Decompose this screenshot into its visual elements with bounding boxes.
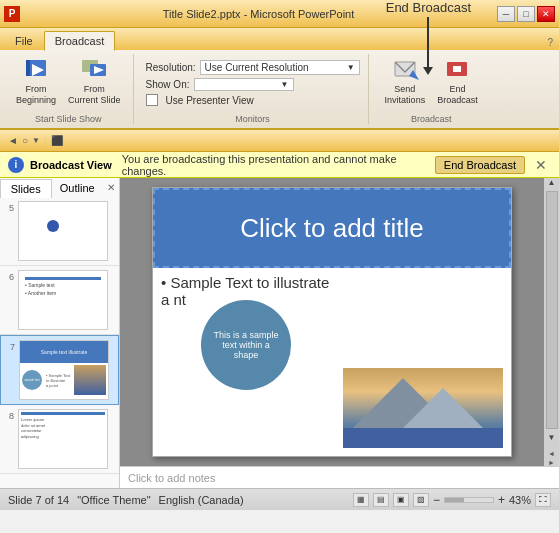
scroll-up-arrow[interactable]: ▲ (548, 178, 556, 187)
notification-message: You are broadcasting this presentation a… (122, 153, 429, 177)
view-slide-sorter-button[interactable]: ▤ (373, 493, 389, 507)
end-broadcast-label: EndBroadcast (437, 84, 478, 106)
notification-bar: i Broadcast View You are broadcasting th… (0, 152, 559, 178)
language: English (Canada) (159, 494, 244, 506)
quick-access-bar: ◄ ○ ▼ | ⬛ (0, 130, 559, 152)
resolution-row: Resolution: Use Current Resolution ▼ (146, 60, 360, 75)
sidebar-tabs-row: Slides Outline ✕ (0, 178, 119, 197)
resolution-dropdown[interactable]: Use Current Resolution ▼ (200, 60, 360, 75)
slide-num-8: 8 (4, 411, 14, 421)
sidebar-close-button[interactable]: ✕ (103, 180, 119, 196)
send-invitations-label: SendInvitations (385, 84, 426, 106)
slide-circle-shape: This is a sample text within a shape (201, 300, 291, 390)
presenter-view-checkbox[interactable] (146, 94, 158, 106)
show-on-label: Show On: (146, 79, 190, 90)
end-broadcast-notification-button[interactable]: End Broadcast (435, 156, 525, 174)
zoom-in-button[interactable]: + (498, 493, 505, 507)
zoom-slider[interactable] (444, 497, 494, 503)
broadcast-label: Broadcast (411, 114, 452, 124)
slide-num-5: 5 (4, 203, 14, 213)
presenter-view-row: Use Presenter View (146, 94, 254, 106)
slide-count: Slide 7 of 14 (8, 494, 69, 506)
slide-preview-8: Lorem ipsumdolor sit ametconsecteturadip… (18, 409, 108, 469)
help-icon[interactable]: ? (541, 35, 559, 50)
broadcast-view-label: Broadcast View (30, 159, 112, 171)
zoom-level: 43% (509, 494, 531, 506)
resolution-label: Resolution: (146, 62, 196, 73)
show-on-dropdown[interactable]: ▼ (194, 78, 294, 91)
slide-image (343, 368, 503, 448)
view-slideshow-button[interactable]: ▧ (413, 493, 429, 507)
tab-broadcast[interactable]: Broadcast (44, 31, 116, 51)
show-on-dropdown-arrow: ▼ (281, 80, 289, 89)
vertical-scrollbar[interactable]: ▲ ▼ ◄ ► (544, 178, 559, 466)
slide-thumb-8[interactable]: 8 Lorem ipsumdolor sit ametconsecteturad… (0, 405, 119, 474)
notification-close-button[interactable]: ✕ (531, 157, 551, 173)
qa-arrow[interactable]: ▼ (32, 136, 40, 145)
slide-title: Click to add title (240, 213, 424, 244)
qa-icon[interactable]: ⬛ (51, 135, 63, 146)
from-beginning-icon (22, 56, 50, 84)
undo-button[interactable]: ◄ (8, 135, 18, 146)
notes-bar[interactable]: Click to add notes (120, 466, 559, 488)
start-slide-show-label: Start Slide Show (35, 114, 102, 124)
title-bar: P Title Slide2.pptx - Microsoft PowerPoi… (0, 0, 559, 28)
from-beginning-label: FromBeginning (16, 84, 56, 106)
from-current-slide-label: FromCurrent Slide (68, 84, 121, 106)
scroll-down-arrow[interactable]: ▼ (548, 433, 556, 442)
from-current-slide-icon (80, 56, 108, 84)
zoom-out-button[interactable]: − (433, 493, 440, 507)
sidebar-tab-outline[interactable]: Outline (52, 178, 104, 197)
scroll-right-2[interactable]: ► (548, 459, 555, 466)
slide-thumb-5[interactable]: 5 (0, 197, 119, 266)
slide-preview-5 (18, 201, 108, 261)
minimize-button[interactable]: ─ (497, 6, 515, 22)
slide-bullet-text: • Sample Text to illustrate (161, 274, 503, 291)
ribbon: FromBeginning FromCurrent Slide Start Sl… (0, 50, 559, 130)
from-current-slide-button[interactable]: FromCurrent Slide (64, 54, 125, 108)
sidebar-tab-slides[interactable]: Slides (0, 179, 52, 198)
svg-rect-2 (26, 60, 30, 76)
slide-thumb-7[interactable]: 7 Sample text illustrate sample text • S… (0, 335, 119, 405)
slide-bullet-continued: a nt (161, 291, 503, 308)
window-title: Title Slide2.pptx - Microsoft PowerPoint (163, 8, 355, 20)
slide-content: • Sample Text to illustrate a nt This is… (161, 270, 503, 448)
view-normal-button[interactable]: ▦ (353, 493, 369, 507)
ribbon-tabs: File Broadcast ? (0, 28, 559, 50)
presenter-view-label: Use Presenter View (166, 95, 254, 106)
slide-num-7: 7 (5, 342, 15, 352)
maximize-button[interactable]: □ (517, 6, 535, 22)
resolution-dropdown-arrow: ▼ (347, 63, 355, 72)
app-icon: P (4, 6, 20, 22)
monitors-label: Monitors (235, 114, 270, 124)
status-bar: Slide 7 of 14 "Office Theme" English (Ca… (0, 488, 559, 510)
notification-icon: i (8, 157, 24, 173)
tab-file[interactable]: File (4, 31, 44, 50)
main-area: Slides Outline ✕ 5 6 (0, 178, 559, 488)
slide-container: Click to add title • Sample Text to illu… (120, 178, 544, 466)
qa-separator: | (44, 135, 47, 147)
slide-num-6: 6 (4, 272, 14, 282)
theme-name: "Office Theme" (77, 494, 150, 506)
sidebar: Slides Outline ✕ 5 6 (0, 178, 120, 488)
close-button[interactable]: ✕ (537, 6, 555, 22)
ribbon-group-monitors: Resolution: Use Current Resolution ▼ Sho… (142, 54, 369, 124)
end-broadcast-annotation: End Broadcast (386, 0, 471, 15)
scroll-right-1[interactable]: ◄ (548, 450, 555, 457)
main-slide[interactable]: Click to add title • Sample Text to illu… (152, 187, 512, 457)
slide-preview-6: • Sample text • Another item (18, 270, 108, 330)
redo-button[interactable]: ○ (22, 135, 28, 146)
slide-header: Click to add title (153, 188, 511, 268)
slide-thumb-6[interactable]: 6 • Sample text • Another item (0, 266, 119, 335)
from-beginning-button[interactable]: FromBeginning (12, 54, 60, 108)
notes-placeholder: Click to add notes (128, 472, 215, 484)
fit-to-window-button[interactable]: ⛶ (535, 493, 551, 507)
view-reading-button[interactable]: ▣ (393, 493, 409, 507)
ribbon-group-start-slide-show: FromBeginning FromCurrent Slide Start Sl… (8, 54, 134, 124)
slide-preview-7: Sample text illustrate sample text • Sam… (19, 340, 109, 400)
show-on-row: Show On: ▼ (146, 78, 294, 91)
